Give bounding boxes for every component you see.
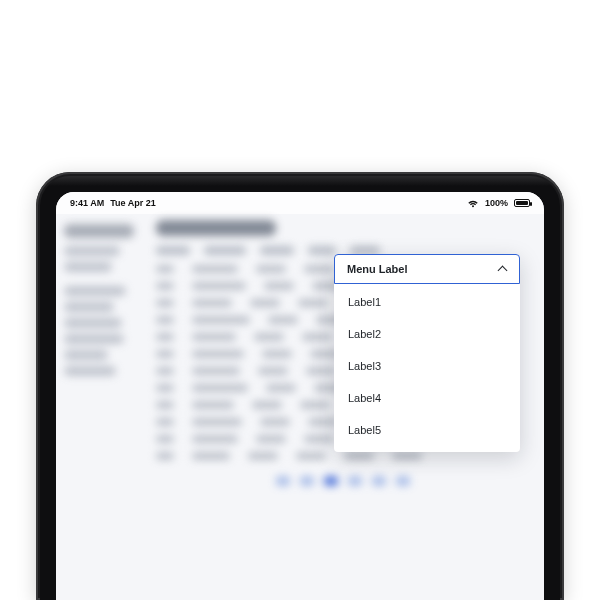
- chevron-up-icon: [497, 264, 507, 274]
- dropdown-item[interactable]: Label3: [334, 350, 520, 382]
- dropdown-toggle[interactable]: Menu Label: [334, 254, 520, 284]
- dropdown-menu: Menu Label Label1 Label2 Label3 Label4: [334, 254, 520, 452]
- dropdown-item[interactable]: Label5: [334, 414, 520, 446]
- battery-icon: [514, 199, 530, 207]
- dropdown-item-label: Label1: [348, 296, 381, 308]
- dropdown-item[interactable]: Label2: [334, 318, 520, 350]
- dropdown-list: Label1 Label2 Label3 Label4 Label5: [334, 284, 520, 452]
- dropdown-item-label: Label5: [348, 424, 381, 436]
- dropdown-item[interactable]: Label1: [334, 286, 520, 318]
- status-date: Tue Apr 21: [110, 198, 156, 208]
- wifi-icon: [467, 199, 479, 208]
- tablet-device-frame: 9:41 AM Tue Apr 21 100%: [36, 172, 564, 600]
- status-battery-pct: 100%: [485, 198, 508, 208]
- status-bar: 9:41 AM Tue Apr 21 100%: [56, 192, 544, 214]
- tablet-screen: 9:41 AM Tue Apr 21 100%: [56, 192, 544, 600]
- dropdown-header-label: Menu Label: [347, 263, 408, 275]
- dropdown-item-label: Label3: [348, 360, 381, 372]
- status-time: 9:41 AM: [70, 198, 104, 208]
- dropdown-item-label: Label2: [348, 328, 381, 340]
- dropdown-item-label: Label4: [348, 392, 381, 404]
- dropdown-item[interactable]: Label4: [334, 382, 520, 414]
